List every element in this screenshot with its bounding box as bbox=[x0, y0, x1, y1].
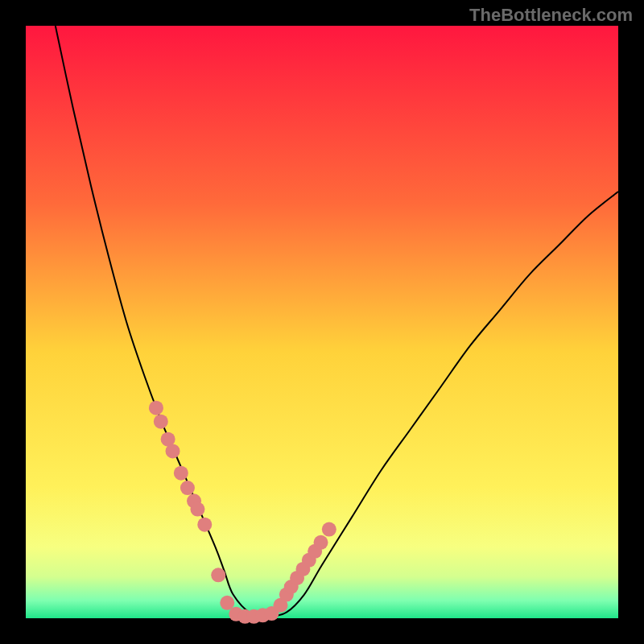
data-point bbox=[149, 401, 163, 415]
data-point bbox=[190, 502, 204, 517]
watermark-text: TheBottleneck.com bbox=[469, 5, 633, 26]
data-point bbox=[220, 596, 234, 610]
chart-frame: TheBottleneck.com bbox=[0, 0, 644, 644]
data-point bbox=[166, 444, 180, 458]
data-point bbox=[314, 535, 328, 550]
data-point bbox=[211, 568, 225, 582]
data-point bbox=[154, 415, 168, 429]
data-point bbox=[174, 466, 188, 481]
data-point bbox=[180, 481, 195, 495]
bottleneck-chart bbox=[0, 0, 644, 644]
data-point bbox=[322, 522, 336, 537]
data-point bbox=[197, 518, 212, 532]
